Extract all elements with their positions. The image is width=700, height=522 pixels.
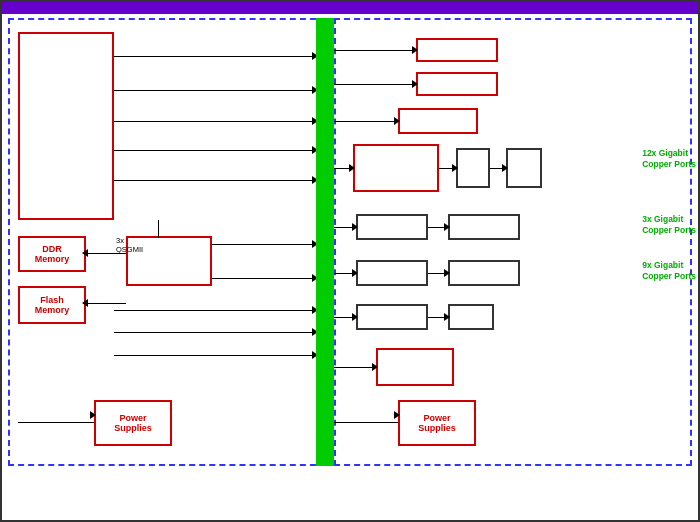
copper3-label: 3x GigabitCopper Ports [642, 214, 696, 236]
line-sfp1 [334, 50, 416, 51]
arrow-to-rs232 [372, 363, 378, 371]
arrow-flash [82, 299, 88, 307]
power-right-block: Power Supplies [398, 400, 476, 446]
arrow-to-power-right [394, 411, 400, 419]
conn-block [506, 148, 542, 188]
leds-block [448, 304, 494, 330]
ddr-title: DDR [42, 244, 62, 254]
line-power-left [18, 422, 94, 423]
vsc7444-block [18, 32, 114, 220]
line-ptp [334, 121, 398, 122]
line-serial [114, 355, 316, 356]
flash-subtitle: Memory [35, 305, 70, 315]
line-pcie [114, 150, 316, 151]
rs232-block [376, 348, 454, 386]
arrow-to-mag2 [352, 269, 358, 277]
b2b-connector-top [316, 18, 334, 244]
ddr-memory-block: DDR Memory [18, 236, 86, 272]
magnetics-1-block [356, 214, 428, 240]
line-flash [86, 303, 126, 304]
magnetics-2-block [356, 260, 428, 286]
mag-block [456, 148, 490, 188]
arrow-to-leds [444, 313, 450, 321]
arrow-ptp [394, 117, 400, 125]
ptp-clock-block [398, 108, 478, 134]
sig-qsgmii2: 3xQSGMII [116, 236, 143, 254]
power-left-sub: Supplies [114, 423, 152, 433]
arrow-sfp2 [412, 80, 418, 88]
power-left-block: Power Supplies [94, 400, 172, 446]
flash-memory-block: Flash Memory [18, 286, 86, 324]
power-right-title: Power [423, 413, 450, 423]
line-to-rs232 [334, 367, 376, 368]
arrow-power-left [90, 411, 96, 419]
power-right-sub: Supplies [418, 423, 456, 433]
right-module-box [334, 18, 692, 466]
arrow-vsc8522-right [349, 164, 355, 172]
copper9-label: 9x GigabitCopper Ports [642, 260, 696, 282]
line-to-power-right [334, 422, 398, 423]
ddr-subtitle: Memory [35, 254, 70, 264]
line-extclk [114, 121, 316, 122]
block-diagram: DDR Memory Flash Memory Power Supplies [8, 18, 696, 496]
line-qsgmii [114, 180, 316, 181]
line-ddr [86, 253, 126, 254]
arrow-to-conn [502, 164, 508, 172]
line-9sgmii [212, 278, 316, 279]
power-left-title: Power [119, 413, 146, 423]
line-sfp2 [334, 84, 416, 85]
arrow-to-conn1 [444, 223, 450, 231]
line-gpio2 [114, 332, 316, 333]
arrow-to-mag [452, 164, 458, 172]
arrow-to-conn2 [444, 269, 450, 277]
vsc8522-right-block [353, 144, 439, 192]
b2b-connector-bottom [316, 244, 334, 466]
page-title [2, 2, 698, 14]
line-gpio1 [114, 310, 316, 311]
connectors-2-block [448, 260, 520, 286]
vline-vsc7444-to-vsc8522 [158, 220, 159, 238]
line-3sgmii [212, 244, 316, 245]
arrow-to-mag1 [352, 223, 358, 231]
copper12-label: 12x GigabitCopper Ports [642, 148, 696, 170]
connectors-1-block [448, 214, 520, 240]
arrow-to-led [352, 313, 358, 321]
sfp-socket-1-block [416, 38, 498, 62]
arrow-ddr [82, 249, 88, 257]
led-logic-block [356, 304, 428, 330]
arrow-sfp1 [412, 46, 418, 54]
flash-title: Flash [40, 295, 64, 305]
sfp-socket-2-block [416, 72, 498, 96]
line-10gsfi2 [114, 90, 316, 91]
line-10gsfi1 [114, 56, 316, 57]
